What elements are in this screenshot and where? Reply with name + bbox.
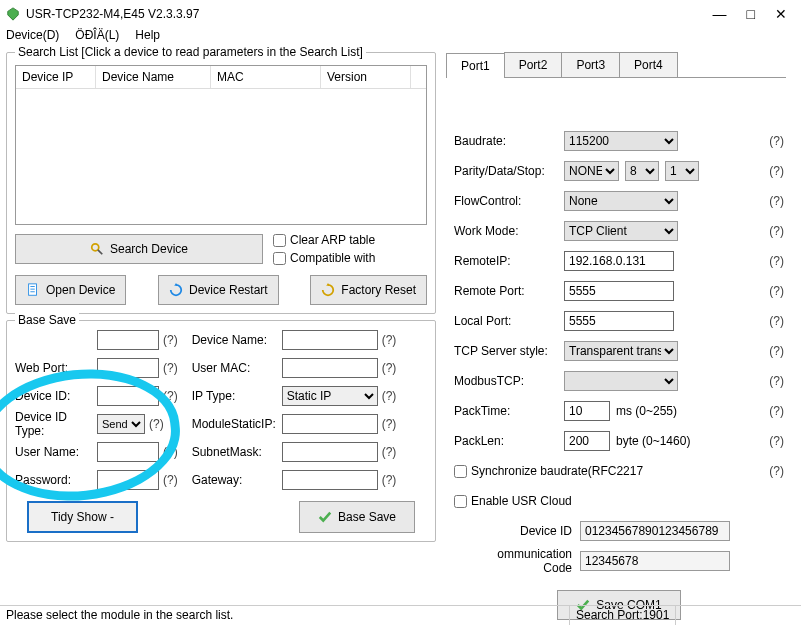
app-icon	[6, 7, 20, 21]
remote-ip-input[interactable]	[564, 251, 674, 271]
close-button[interactable]: ✕	[775, 6, 787, 22]
device-id-label: Device ID:	[15, 389, 93, 403]
web-port-label: Web Port:	[15, 361, 93, 375]
user-mac-label: User MAC:	[192, 361, 278, 375]
workmode-label: Work Mode:	[454, 224, 558, 238]
local-port-input[interactable]	[564, 311, 674, 331]
device-id-input[interactable]	[97, 386, 159, 406]
subnet-mask-label: SubnetMask:	[192, 445, 278, 459]
col-device-ip[interactable]: Device IP	[16, 66, 96, 88]
search-list-legend: Search List [Click a device to read para…	[15, 45, 366, 59]
document-icon	[26, 283, 40, 297]
tcp-server-style-select[interactable]: Transparent transmi	[564, 341, 678, 361]
communication-code-label: ommunication Code	[474, 547, 572, 575]
search-device-button[interactable]: Search Device	[15, 234, 263, 264]
clear-arp-checkbox[interactable]: Clear ARP table	[273, 233, 375, 247]
gateway-input[interactable]	[282, 470, 378, 490]
factory-reset-button[interactable]: Factory Reset	[310, 275, 427, 305]
module-static-ip-input[interactable]	[282, 414, 378, 434]
remote-port-label: Remote Port:	[454, 284, 558, 298]
search-list-group: Search List [Click a device to read para…	[6, 52, 436, 314]
password-label: Password:	[15, 473, 93, 487]
baudrate-label: Baudrate:	[454, 134, 558, 148]
user-mac-input[interactable]	[282, 358, 378, 378]
parity-data-stop-label: Parity/Data/Stop:	[454, 164, 558, 178]
packlen-label: PackLen:	[454, 434, 558, 448]
device-id-type-label: Device ID Type:	[15, 410, 93, 438]
modbus-tcp-label: ModbusTCP:	[454, 374, 558, 388]
parity-select[interactable]: NONE	[564, 161, 619, 181]
status-message: Please select the module in the search l…	[0, 606, 570, 625]
local-port-label: Local Port:	[454, 314, 558, 328]
remote-port-input[interactable]	[564, 281, 674, 301]
search-icon	[90, 242, 104, 256]
col-version[interactable]: Version	[321, 66, 411, 88]
maximize-button[interactable]: □	[747, 6, 755, 22]
password-input[interactable]	[97, 470, 159, 490]
enable-usr-cloud-checkbox[interactable]: Enable USR Cloud	[454, 494, 572, 508]
tab-port3[interactable]: Port3	[561, 52, 620, 77]
packtime-label: PackTime:	[454, 404, 558, 418]
device-list[interactable]: Device IP Device Name MAC Version	[15, 65, 427, 225]
cloud-device-id-input[interactable]	[580, 521, 730, 541]
stopbits-select[interactable]: 1	[665, 161, 699, 181]
databits-select[interactable]: 8	[625, 161, 659, 181]
tab-port4[interactable]: Port4	[619, 52, 678, 77]
web-port-input[interactable]	[97, 358, 159, 378]
port-tabs: Port1 Port2 Port3 Port4	[446, 52, 786, 78]
ip-type-select[interactable]: Static IP	[282, 386, 378, 406]
workmode-select[interactable]: TCP Client	[564, 221, 678, 241]
base-save-button[interactable]: Base Save	[299, 501, 415, 533]
ip-type-label: IP Type:	[192, 389, 278, 403]
status-search-port: Search Port:1901	[570, 606, 676, 625]
window-title: USR-TCP232-M4,E45 V2.3.3.97	[26, 7, 713, 21]
flowcontrol-select[interactable]: None	[564, 191, 678, 211]
subnet-mask-input[interactable]	[282, 442, 378, 462]
svg-line-1	[98, 250, 102, 254]
device-restart-button[interactable]: Device Restart	[158, 275, 279, 305]
sync-baudrate-checkbox[interactable]: Synchronize baudrate(RFC2217	[454, 464, 643, 478]
tcp-server-style-label: TCP Server style:	[454, 344, 558, 358]
tab-port2[interactable]: Port2	[504, 52, 563, 77]
flowcontrol-label: FlowControl:	[454, 194, 558, 208]
factory-reset-icon	[321, 283, 335, 297]
check-icon	[318, 510, 332, 524]
col-device-name[interactable]: Device Name	[96, 66, 211, 88]
modbus-tcp-select[interactable]	[564, 371, 678, 391]
svg-point-0	[92, 244, 99, 251]
device-name-input[interactable]	[282, 330, 378, 350]
username-label: User Name:	[15, 445, 93, 459]
base-save-group: Base Save (?) Web Port:(?) Device ID:(?)…	[6, 320, 436, 542]
compatible-checkbox[interactable]: Compatible with	[273, 251, 375, 265]
module-static-ip-label: ModuleStaticIP:	[192, 417, 278, 431]
cloud-device-id-label: Device ID	[474, 524, 572, 538]
packtime-input[interactable]	[564, 401, 610, 421]
minimize-button[interactable]: —	[713, 6, 727, 22]
open-device-button[interactable]: Open Device	[15, 275, 126, 305]
device-name-label: Device Name:	[192, 333, 278, 347]
baudrate-select[interactable]: 115200	[564, 131, 678, 151]
col-mac[interactable]: MAC	[211, 66, 321, 88]
remote-ip-label: RemoteIP:	[454, 254, 558, 268]
tab-port1[interactable]: Port1	[446, 53, 505, 78]
base-save-legend: Base Save	[15, 313, 79, 327]
status-bar: Please select the module in the search l…	[0, 605, 801, 625]
tidy-show-button[interactable]: Tidy Show -	[27, 501, 138, 533]
communication-code-input[interactable]	[580, 551, 730, 571]
device-id-type-select[interactable]: Send	[97, 414, 145, 434]
gateway-label: Gateway:	[192, 473, 278, 487]
packlen-input[interactable]	[564, 431, 610, 451]
username-input[interactable]	[97, 442, 159, 462]
base-input-blank[interactable]	[97, 330, 159, 350]
restart-icon	[169, 283, 183, 297]
